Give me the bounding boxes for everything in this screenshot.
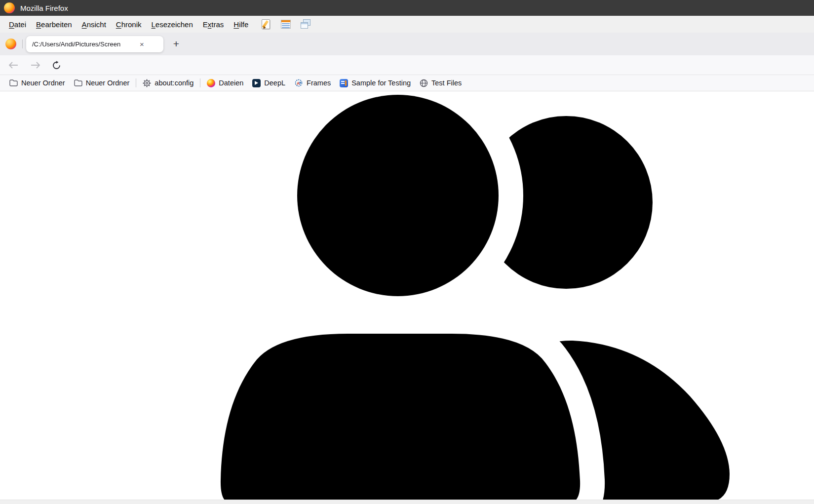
folder-icon <box>74 79 82 86</box>
tabbar: /C:/Users/Andi/Pictures/Screen × + <box>0 33 814 55</box>
menu-datei[interactable]: Datei <box>4 18 31 31</box>
page-content <box>0 91 814 500</box>
bookmarks-divider <box>200 78 200 87</box>
window-title: Mozilla Firefox <box>20 4 68 12</box>
menu-lesezeichen[interactable]: Lesezeichen <box>147 18 198 31</box>
document-icon <box>340 79 348 87</box>
folder-icon <box>9 79 18 86</box>
firefox-window: Mozilla Firefox Datei Bearbeiten Ansicht… <box>0 0 814 504</box>
front-person-head <box>297 95 499 296</box>
deepl-icon <box>252 79 261 87</box>
navbar: file:///C:/Users/Andi/Pictures/Screensho… <box>0 55 814 75</box>
tab-divider <box>22 39 23 48</box>
new-tab-button[interactable]: + <box>170 38 183 50</box>
bookmark-neuer-ordner-2[interactable]: Neuer Ordner <box>70 77 134 89</box>
bookmarks-divider <box>136 78 136 87</box>
firefox-view-icon[interactable] <box>5 39 16 49</box>
titlebar: Mozilla Firefox <box>0 0 814 16</box>
active-tab[interactable]: /C:/Users/Andi/Pictures/Screen × <box>26 36 163 52</box>
firefox-ball-icon <box>207 79 215 87</box>
frames-gear-icon: A <box>294 78 303 87</box>
reload-button[interactable] <box>49 58 64 72</box>
front-person-body <box>221 334 580 500</box>
menu-bearbeiten[interactable]: Bearbeiten <box>31 18 77 31</box>
windows-icon[interactable] <box>300 18 311 30</box>
back-button[interactable] <box>6 58 21 72</box>
bookmark-dateien[interactable]: Dateien <box>202 77 248 89</box>
notepad-pencil-icon[interactable] <box>260 18 272 30</box>
gear-icon <box>143 79 151 87</box>
menu-chronik[interactable]: Chronik <box>111 18 147 31</box>
svg-text:A: A <box>297 81 300 86</box>
tab-title: /C:/Users/Andi/Pictures/Screen <box>32 40 139 48</box>
users-icon <box>221 95 730 500</box>
bookmark-test-files[interactable]: Test Files <box>415 77 466 89</box>
menu-extras[interactable]: Extras <box>198 18 229 31</box>
users-svg-image <box>0 91 814 500</box>
bookmark-neuer-ordner-1[interactable]: Neuer Ordner <box>5 77 70 89</box>
bookmark-frames[interactable]: A Frames <box>290 77 335 89</box>
bookmarks-toolbar: Neuer Ordner Neuer Ordner about:config D… <box>0 75 814 91</box>
table-icon[interactable] <box>280 18 292 30</box>
window-bottom-edge <box>0 500 814 504</box>
bookmark-about-config[interactable]: about:config <box>138 77 198 89</box>
bookmark-deepl[interactable]: DeepL <box>248 77 290 89</box>
tab-close-icon[interactable]: × <box>140 40 144 48</box>
menu-ansicht[interactable]: Ansicht <box>77 18 111 31</box>
bookmark-sample-for-testing[interactable]: Sample for Testing <box>335 77 415 89</box>
firefox-logo-icon <box>4 2 15 13</box>
menubar: Datei Bearbeiten Ansicht Chronik Lesezei… <box>0 16 814 33</box>
menu-hilfe[interactable]: Hilfe <box>229 18 253 31</box>
globe-icon <box>420 79 428 87</box>
forward-button[interactable] <box>28 58 43 72</box>
